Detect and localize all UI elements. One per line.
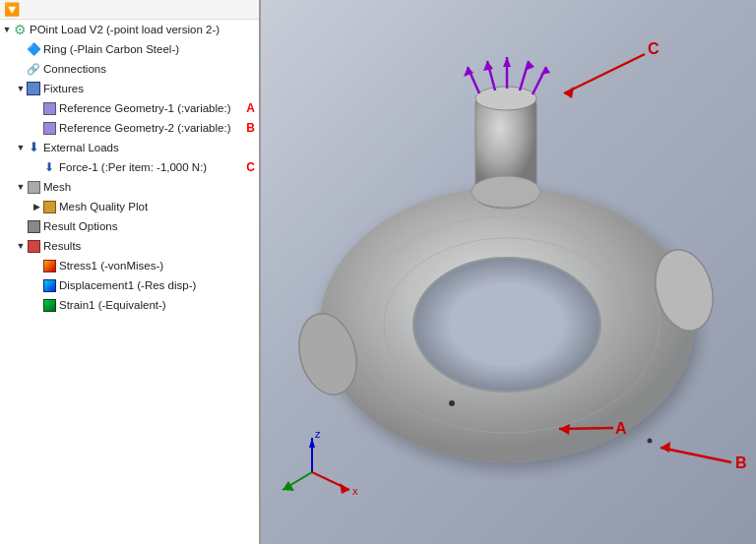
viewport-3d: C A B z x (261, 0, 756, 544)
axis-x-label: x (352, 485, 358, 497)
svg-marker-14 (503, 57, 511, 67)
filter-bar: 🔽 (0, 0, 259, 20)
badge-force1: C (246, 158, 255, 176)
tree-icon-refgeo2 (41, 120, 57, 136)
tree-item-resultoptions[interactable]: Result Options (0, 216, 259, 236)
expand-icon-refgeo2[interactable] (32, 122, 41, 134)
tree-label-fixtures: Fixtures (43, 80, 259, 97)
tree-label-force1: Force-1 (:Per item: -1,000 N:) (59, 158, 243, 176)
tree-item-force1[interactable]: ⬇Force-1 (:Per item: -1,000 N:)C (0, 157, 259, 177)
tree-icon-force1: ⬇ (41, 159, 57, 175)
svg-line-23 (564, 54, 645, 93)
tree-icon-fixtures (26, 81, 41, 96)
expand-icon-strain1[interactable] (32, 299, 41, 311)
tree-label-connections: Connections (43, 60, 259, 78)
tree-label-ring: Ring (-Plain Carbon Steel-) (43, 40, 259, 58)
tree-label-results: Results (43, 237, 259, 255)
expand-icon-disp1[interactable] (32, 279, 41, 291)
expand-icon-ring[interactable] (16, 43, 26, 55)
tree-label-extloads: External Loads (43, 139, 259, 156)
tree-icon-ring: 🔷 (26, 41, 41, 57)
label-a: A (615, 420, 627, 437)
label-c: C (648, 40, 660, 57)
expand-icon-connections[interactable] (16, 63, 26, 75)
expand-icon-fixtures[interactable]: ▼ (16, 83, 26, 94)
svg-marker-12 (483, 61, 493, 71)
tree-item-mesh[interactable]: ▼Mesh (0, 177, 259, 197)
tree-label-study: POint Load V2 (-point load version 2-) (30, 21, 259, 38)
tree-label-refgeo1: Reference Geometry-1 (:variable:) (59, 99, 243, 117)
svg-point-6 (475, 87, 536, 110)
axis-z-label: z (315, 428, 321, 440)
tree-item-disp1[interactable]: Displacement1 (-Res disp-) (0, 275, 259, 295)
tree-icon-extloads: ⬇ (26, 140, 41, 155)
tree-label-disp1: Displacement1 (-Res disp-) (59, 276, 259, 294)
expand-icon-study[interactable]: ▼ (2, 24, 12, 35)
tree-icon-study: ⚙ (12, 22, 28, 37)
ring-3d-model: C A B z x (261, 0, 756, 544)
expand-icon-extloads[interactable]: ▼ (16, 142, 26, 153)
tree-icon-stress1 (41, 258, 57, 273)
expand-icon-stress1[interactable] (32, 260, 41, 272)
tree-item-study[interactable]: ▼⚙POint Load V2 (-point load version 2-) (0, 20, 259, 39)
tree-label-stress1: Stress1 (-vonMises-) (59, 257, 259, 274)
tree-icon-resultoptions (26, 218, 41, 234)
tree-icon-strain1 (41, 297, 57, 313)
tree-icon-mesh (26, 179, 41, 195)
expand-icon-resultoptions[interactable] (16, 220, 26, 232)
tree-item-strain1[interactable]: Strain1 (-Equivalent-) (0, 295, 259, 315)
badge-refgeo2: B (246, 119, 255, 137)
tree-label-mesh: Mesh (43, 178, 259, 196)
tree-item-results[interactable]: ▼Results (0, 236, 259, 256)
svg-point-21 (449, 400, 455, 406)
tree-item-meshqplot[interactable]: ▶Mesh Quality Plot (0, 197, 259, 216)
svg-marker-24 (564, 87, 574, 98)
tree-icon-disp1 (41, 277, 57, 293)
tree-icon-refgeo1 (41, 100, 57, 116)
tree-item-fixtures[interactable]: ▼Fixtures (0, 79, 259, 98)
svg-marker-34 (283, 481, 294, 491)
label-b: B (735, 454, 747, 471)
badge-refgeo1: A (246, 99, 255, 117)
svg-point-22 (648, 439, 653, 444)
svg-marker-28 (661, 442, 670, 453)
expand-icon-mesh[interactable]: ▼ (16, 181, 26, 193)
expand-icon-meshqplot[interactable]: ▶ (32, 201, 41, 212)
tree-label-refgeo2: Reference Geometry-2 (:variable:) (59, 119, 243, 137)
tree-item-refgeo2[interactable]: Reference Geometry-2 (:variable:)B (0, 118, 259, 138)
tree-item-ring[interactable]: 🔷Ring (-Plain Carbon Steel-) (0, 39, 259, 59)
expand-icon-force1[interactable] (32, 161, 41, 173)
expand-icon-results[interactable]: ▼ (16, 240, 26, 252)
tree-item-extloads[interactable]: ▼⬇External Loads (0, 138, 259, 157)
tree-icon-meshqplot (41, 199, 57, 214)
tree-item-refgeo1[interactable]: Reference Geometry-1 (:variable:)A (0, 98, 259, 118)
tree-label-resultoptions: Result Options (43, 217, 259, 235)
svg-line-27 (661, 448, 731, 462)
tree-icon-connections: 🔗 (26, 61, 41, 77)
filter-icon[interactable]: 🔽 (4, 2, 20, 17)
tree-label-strain1: Strain1 (-Equivalent-) (59, 296, 259, 314)
tree-label-meshqplot: Mesh Quality Plot (59, 198, 259, 215)
tree-item-stress1[interactable]: Stress1 (-vonMises-) (0, 256, 259, 275)
svg-point-8 (472, 176, 540, 208)
tree-item-connections[interactable]: 🔗Connections (0, 59, 259, 79)
tree-panel: 🔽 ▼⚙POint Load V2 (-point load version 2… (0, 0, 261, 544)
expand-icon-refgeo1[interactable] (32, 102, 41, 114)
tree-icon-results (26, 238, 41, 254)
